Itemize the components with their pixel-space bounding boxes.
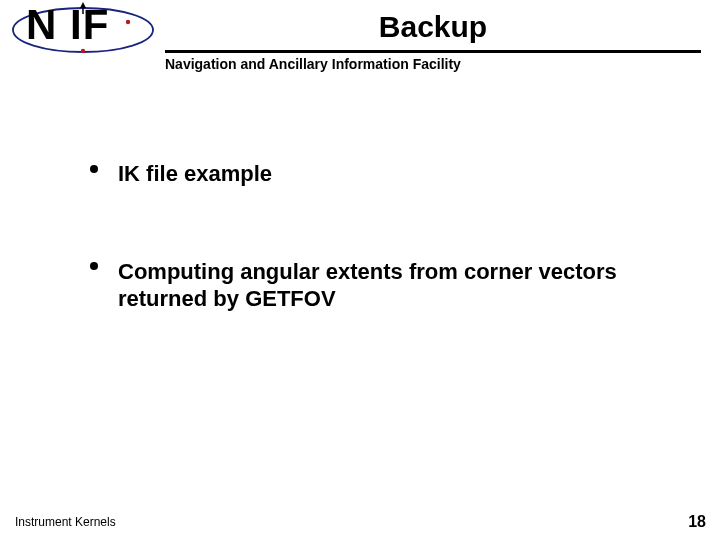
bullet-text: IK file example (118, 160, 661, 188)
bullet-dot-icon (90, 262, 98, 270)
content-area: IK file example Computing angular extent… (90, 160, 661, 383)
svg-point-1 (81, 49, 85, 53)
svg-point-2 (126, 20, 130, 24)
bullet-item: Computing angular extents from corner ve… (90, 258, 661, 313)
page-number: 18 (688, 513, 706, 531)
slide: N IF Backup Navigation and Ancillary Inf… (0, 0, 721, 541)
page-title: Backup (165, 10, 701, 44)
bullet-text: Computing angular extents from corner ve… (118, 258, 661, 313)
subtitle: Navigation and Ancillary Information Fac… (165, 56, 701, 72)
naif-logo: N IF (8, 2, 158, 62)
bullet-dot-icon (90, 165, 98, 173)
title-underline (165, 50, 701, 53)
bullet-item: IK file example (90, 160, 661, 188)
footer-left: Instrument Kernels (15, 515, 116, 529)
logo-text: N IF (26, 4, 109, 46)
